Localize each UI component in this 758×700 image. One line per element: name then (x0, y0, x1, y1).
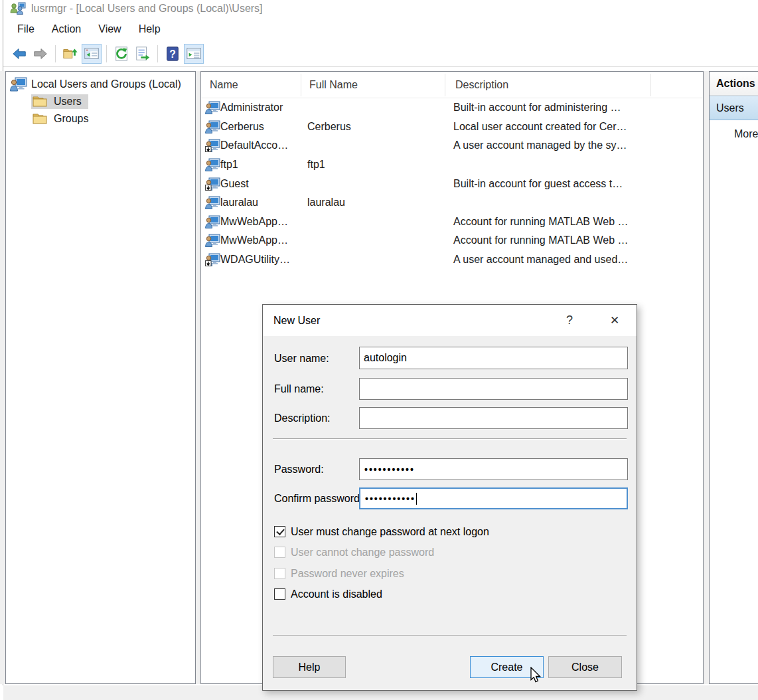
folder-icon (33, 113, 47, 125)
tree-root-label: Local Users and Groups (Local) (31, 78, 181, 90)
cell-desc: Account for running MATLAB Web … (443, 216, 703, 228)
window-titlebar: lusrmgr - [Local Users and Groups (Local… (3, 0, 758, 17)
cell-name: Administrator (220, 102, 299, 114)
checkbox-label: Password never expires (291, 568, 404, 580)
user-row[interactable]: AdministratorBuilt-in account for admini… (201, 98, 703, 118)
local-users-groups-icon (10, 77, 27, 92)
svg-text:?: ? (169, 48, 176, 60)
column-header-description[interactable]: Description (445, 74, 651, 96)
user-row[interactable]: lauralaulauralau (201, 193, 703, 213)
toolbar-separator (55, 45, 56, 62)
column-header-fullname[interactable]: Full Name (301, 74, 445, 96)
menu-help[interactable]: Help (130, 19, 169, 39)
user-row[interactable]: ftp1ftp1 (201, 155, 703, 175)
checkbox-label: Account is disabled (291, 588, 382, 600)
user-disabled-icon (201, 177, 220, 191)
fullname-label: Full name: (274, 383, 324, 395)
user-row[interactable]: MwWebApp…Account for running MATLAB Web … (201, 213, 703, 232)
toolbar-separator (157, 45, 158, 62)
user-row[interactable]: MwWebApp…Account for running MATLAB Web … (201, 231, 703, 250)
user-disabled-icon (201, 253, 220, 266)
checkbox-password-never-expires: Password never expires (274, 568, 404, 579)
menu-action[interactable]: Action (43, 19, 90, 39)
refresh-button[interactable] (112, 44, 131, 64)
cell-desc: Local user account created for Cer… (443, 121, 703, 133)
cell-full: Cerberus (299, 121, 443, 133)
lusrmgr-window: lusrmgr - [Local Users and Groups (Local… (0, 0, 758, 700)
show-action-pane-button[interactable] (184, 44, 204, 64)
user-row[interactable]: CerberusCerberusLocal user account creat… (201, 118, 703, 137)
actions-section-users[interactable]: Users (710, 96, 758, 120)
back-button[interactable] (9, 44, 29, 64)
back-icon (11, 46, 27, 62)
menu-view[interactable]: View (90, 19, 129, 39)
mouse-cursor (528, 667, 544, 684)
tree-root-node[interactable]: Local Users and Groups (Local) (6, 76, 195, 93)
password-input[interactable]: ••••••••••• (359, 458, 628, 480)
help-button[interactable]: ? (163, 44, 183, 64)
cell-full: lauralau (299, 197, 443, 209)
confirm-password-masked-value: ••••••••••• (365, 494, 416, 503)
user-icon (201, 215, 220, 228)
tree-item-users[interactable]: Users (6, 93, 195, 110)
tree-item-groups[interactable]: Groups (6, 110, 195, 128)
checkbox-account-disabled[interactable]: Account is disabled (274, 588, 382, 600)
cell-name: ftp1 (220, 159, 299, 171)
user-row[interactable]: DefaultAcco…A user account managed by th… (201, 136, 703, 155)
toolbar: ? (3, 41, 758, 67)
user-row[interactable]: GuestBuilt-in account for guest access t… (201, 174, 703, 193)
checkbox-checked-icon[interactable] (274, 526, 285, 537)
show-console-tree-button[interactable] (82, 44, 102, 64)
folder-icon (33, 96, 47, 108)
window-title: lusrmgr - [Local Users and Groups (Local… (31, 3, 263, 15)
confirm-password-label: Confirm password: (274, 493, 362, 505)
dialog-title: New User (273, 315, 320, 327)
refresh-icon (114, 46, 129, 62)
dialog-help-button[interactable]: ? (560, 313, 579, 327)
confirm-password-input[interactable]: ••••••••••• (359, 487, 628, 509)
actions-pane: Actions Users More Actions (709, 71, 758, 684)
separator (273, 438, 627, 440)
forward-button[interactable] (31, 44, 50, 64)
export-list-button[interactable] (133, 44, 153, 64)
cell-desc: A user account managed and used… (443, 254, 703, 266)
more-actions-item[interactable]: More Actions (710, 120, 758, 148)
username-input[interactable] (359, 347, 628, 369)
up-one-level-icon (62, 46, 78, 62)
console-tree-pane: Local Users and Groups (Local) Users Gro… (5, 71, 196, 684)
dialog-titlebar[interactable]: New User ? ✕ (263, 305, 637, 336)
password-masked-value: ••••••••••• (364, 465, 415, 474)
cell-desc: Built-in account for guest access t… (443, 178, 703, 190)
username-label: User name: (274, 353, 329, 365)
help-dialog-button[interactable]: Help (273, 656, 346, 678)
actions-pane-title: Actions (710, 72, 758, 96)
cell-name: MwWebApp… (220, 234, 299, 246)
column-header-name[interactable]: Name (201, 74, 301, 96)
user-icon (201, 101, 220, 114)
up-one-level-button[interactable] (60, 44, 80, 64)
user-icon (201, 120, 220, 133)
tree-item-label: Users (54, 96, 82, 108)
user-icon (201, 234, 220, 247)
cell-desc: Account for running MATLAB Web … (443, 234, 703, 246)
show-console-tree-icon (84, 46, 100, 62)
close-button[interactable]: Close (548, 656, 622, 678)
cell-name: Cerberus (220, 121, 299, 133)
cell-name: Guest (220, 178, 299, 190)
checkbox-unchecked-icon (274, 547, 285, 558)
tree-item-label: Groups (54, 113, 88, 125)
checkbox-cannot-change-password: User cannot change password (274, 547, 434, 558)
text-caret (416, 493, 417, 505)
cell-name: lauralau (220, 197, 299, 209)
user-row[interactable]: WDAGUtility…A user account managed and u… (201, 250, 703, 270)
cell-name: DefaultAcco… (220, 139, 299, 151)
description-input[interactable] (359, 407, 628, 429)
menu-file[interactable]: File (9, 19, 43, 39)
forward-icon (33, 46, 48, 62)
fullname-input[interactable] (359, 378, 628, 400)
cell-desc: Built-in account for administering … (443, 102, 703, 114)
checkbox-unchecked-icon[interactable] (274, 588, 285, 600)
dialog-close-icon[interactable]: ✕ (605, 313, 625, 327)
user-rows: AdministratorBuilt-in account for admini… (201, 98, 703, 269)
checkbox-must-change-password[interactable]: User must change password at next logon (274, 526, 489, 537)
